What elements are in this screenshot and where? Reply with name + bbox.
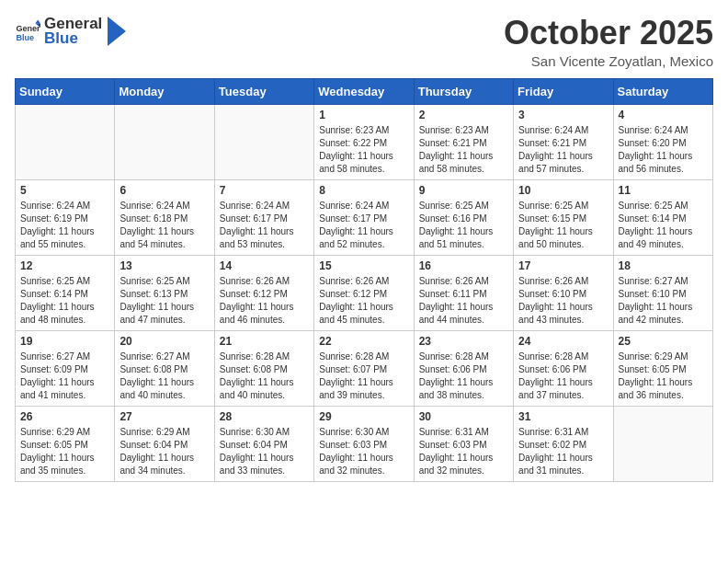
day-number: 29 (319, 410, 408, 423)
calendar-cell: 25Sunrise: 6:29 AM Sunset: 6:05 PM Dayli… (613, 330, 712, 406)
calendar-cell: 14Sunrise: 6:26 AM Sunset: 6:12 PM Dayli… (214, 255, 313, 330)
day-number: 10 (518, 184, 608, 197)
day-info: Sunrise: 6:31 AM Sunset: 6:03 PM Dayligh… (419, 426, 508, 477)
day-number: 20 (119, 335, 209, 348)
day-number: 19 (20, 335, 109, 348)
day-info: Sunrise: 6:26 AM Sunset: 6:12 PM Dayligh… (220, 275, 309, 327)
calendar-cell: 23Sunrise: 6:28 AM Sunset: 6:06 PM Dayli… (414, 330, 513, 406)
svg-marker-2 (35, 19, 40, 23)
weekday-header: Wednesday (314, 78, 414, 104)
weekday-header: Friday (514, 78, 613, 104)
logo-icon: General Blue (15, 18, 40, 44)
day-info: Sunrise: 6:24 AM Sunset: 6:18 PM Dayligh… (119, 200, 209, 251)
weekday-header: Thursday (414, 78, 513, 104)
day-number: 2 (419, 109, 508, 121)
calendar-cell: 12Sunrise: 6:25 AM Sunset: 6:14 PM Dayli… (16, 255, 115, 330)
day-info: Sunrise: 6:25 AM Sunset: 6:15 PM Dayligh… (518, 200, 608, 251)
calendar-cell: 2Sunrise: 6:23 AM Sunset: 6:21 PM Daylig… (414, 104, 513, 179)
calendar-cell: 21Sunrise: 6:28 AM Sunset: 6:08 PM Dayli… (214, 330, 313, 406)
day-info: Sunrise: 6:29 AM Sunset: 6:05 PM Dayligh… (20, 426, 109, 477)
day-info: Sunrise: 6:24 AM Sunset: 6:21 PM Dayligh… (518, 124, 608, 176)
calendar-cell: 17Sunrise: 6:26 AM Sunset: 6:10 PM Dayli… (514, 255, 613, 330)
calendar-cell: 3Sunrise: 6:24 AM Sunset: 6:21 PM Daylig… (514, 104, 613, 179)
day-info: Sunrise: 6:29 AM Sunset: 6:04 PM Dayligh… (119, 426, 209, 477)
day-info: Sunrise: 6:26 AM Sunset: 6:10 PM Dayligh… (518, 275, 608, 327)
day-info: Sunrise: 6:23 AM Sunset: 6:21 PM Dayligh… (419, 124, 508, 176)
day-info: Sunrise: 6:24 AM Sunset: 6:17 PM Dayligh… (220, 200, 309, 251)
day-number: 5 (20, 184, 109, 197)
weekday-header: Sunday (16, 78, 115, 104)
day-info: Sunrise: 6:26 AM Sunset: 6:11 PM Dayligh… (419, 275, 508, 327)
day-info: Sunrise: 6:24 AM Sunset: 6:20 PM Dayligh… (619, 124, 708, 176)
calendar-title: October 2025 (504, 15, 713, 52)
calendar-cell: 31Sunrise: 6:31 AM Sunset: 6:02 PM Dayli… (514, 406, 613, 481)
day-info: Sunrise: 6:27 AM Sunset: 6:10 PM Dayligh… (619, 275, 708, 327)
day-info: Sunrise: 6:30 AM Sunset: 6:04 PM Dayligh… (220, 426, 309, 477)
day-number: 27 (119, 410, 209, 423)
weekday-header: Monday (115, 78, 214, 104)
day-number: 18 (619, 259, 708, 272)
day-number: 12 (20, 259, 109, 272)
calendar-cell: 28Sunrise: 6:30 AM Sunset: 6:04 PM Dayli… (214, 406, 313, 481)
day-number: 26 (20, 410, 109, 423)
day-number: 30 (419, 410, 508, 423)
calendar-week-row: 19Sunrise: 6:27 AM Sunset: 6:09 PM Dayli… (16, 330, 713, 406)
logo-chevron-icon (108, 17, 126, 46)
calendar-cell: 10Sunrise: 6:25 AM Sunset: 6:15 PM Dayli… (514, 179, 613, 255)
day-info: Sunrise: 6:25 AM Sunset: 6:13 PM Dayligh… (119, 275, 209, 327)
day-info: Sunrise: 6:30 AM Sunset: 6:03 PM Dayligh… (319, 426, 408, 477)
page-header: General Blue General Blue October 2025 S… (15, 15, 713, 69)
logo-blue-text: Blue (44, 29, 102, 48)
day-number: 21 (220, 335, 309, 348)
day-number: 28 (220, 410, 309, 423)
day-info: Sunrise: 6:29 AM Sunset: 6:05 PM Dayligh… (619, 350, 708, 402)
calendar-cell: 26Sunrise: 6:29 AM Sunset: 6:05 PM Dayli… (16, 406, 115, 481)
day-info: Sunrise: 6:26 AM Sunset: 6:12 PM Dayligh… (319, 275, 408, 327)
day-number: 7 (220, 184, 309, 197)
calendar-cell: 29Sunrise: 6:30 AM Sunset: 6:03 PM Dayli… (314, 406, 414, 481)
day-number: 4 (619, 109, 708, 121)
calendar-cell (115, 104, 214, 179)
calendar-cell: 7Sunrise: 6:24 AM Sunset: 6:17 PM Daylig… (214, 179, 313, 255)
calendar-week-row: 5Sunrise: 6:24 AM Sunset: 6:19 PM Daylig… (16, 179, 713, 255)
calendar-cell: 5Sunrise: 6:24 AM Sunset: 6:19 PM Daylig… (16, 179, 115, 255)
logo: General Blue General Blue (15, 15, 126, 47)
day-info: Sunrise: 6:23 AM Sunset: 6:22 PM Dayligh… (319, 124, 408, 176)
day-number: 15 (319, 259, 408, 272)
day-number: 11 (619, 184, 708, 197)
day-info: Sunrise: 6:31 AM Sunset: 6:02 PM Dayligh… (518, 426, 608, 477)
calendar-cell: 1Sunrise: 6:23 AM Sunset: 6:22 PM Daylig… (314, 104, 414, 179)
day-number: 3 (518, 109, 608, 121)
calendar-table: SundayMondayTuesdayWednesdayThursdayFrid… (15, 78, 713, 482)
weekday-header-row: SundayMondayTuesdayWednesdayThursdayFrid… (16, 78, 713, 104)
day-info: Sunrise: 6:28 AM Sunset: 6:06 PM Dayligh… (518, 350, 608, 402)
day-info: Sunrise: 6:28 AM Sunset: 6:06 PM Dayligh… (419, 350, 508, 402)
calendar-week-row: 1Sunrise: 6:23 AM Sunset: 6:22 PM Daylig… (16, 104, 713, 179)
calendar-cell: 6Sunrise: 6:24 AM Sunset: 6:18 PM Daylig… (115, 179, 214, 255)
calendar-cell: 9Sunrise: 6:25 AM Sunset: 6:16 PM Daylig… (414, 179, 513, 255)
day-number: 24 (518, 335, 608, 348)
day-number: 17 (518, 259, 608, 272)
calendar-cell: 16Sunrise: 6:26 AM Sunset: 6:11 PM Dayli… (414, 255, 513, 330)
day-number: 14 (220, 259, 309, 272)
calendar-cell: 30Sunrise: 6:31 AM Sunset: 6:03 PM Dayli… (414, 406, 513, 481)
day-number: 16 (419, 259, 508, 272)
day-number: 23 (419, 335, 508, 348)
day-info: Sunrise: 6:27 AM Sunset: 6:08 PM Dayligh… (119, 350, 209, 402)
calendar-cell: 22Sunrise: 6:28 AM Sunset: 6:07 PM Dayli… (314, 330, 414, 406)
day-number: 8 (319, 184, 408, 197)
day-info: Sunrise: 6:24 AM Sunset: 6:17 PM Dayligh… (319, 200, 408, 251)
day-number: 31 (518, 410, 608, 423)
day-number: 9 (419, 184, 508, 197)
calendar-subtitle: San Vicente Zoyatlan, Mexico (504, 53, 713, 69)
calendar-cell (214, 104, 313, 179)
calendar-week-row: 26Sunrise: 6:29 AM Sunset: 6:05 PM Dayli… (16, 406, 713, 481)
day-info: Sunrise: 6:28 AM Sunset: 6:07 PM Dayligh… (319, 350, 408, 402)
day-info: Sunrise: 6:25 AM Sunset: 6:14 PM Dayligh… (619, 200, 708, 251)
day-number: 25 (619, 335, 708, 348)
title-block: October 2025 San Vicente Zoyatlan, Mexic… (504, 15, 713, 69)
day-number: 13 (119, 259, 209, 272)
calendar-cell: 13Sunrise: 6:25 AM Sunset: 6:13 PM Dayli… (115, 255, 214, 330)
calendar-cell: 8Sunrise: 6:24 AM Sunset: 6:17 PM Daylig… (314, 179, 414, 255)
svg-text:Blue: Blue (16, 32, 34, 41)
